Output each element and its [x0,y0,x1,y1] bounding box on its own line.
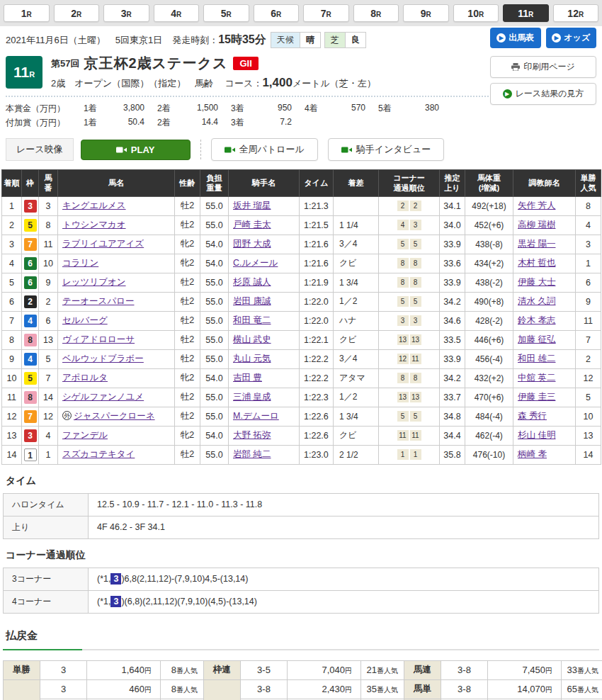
trainer-link[interactable]: 伊藤 大士 [518,277,555,287]
race-tab[interactable]: 10R [453,4,499,22]
print-page-button[interactable]: 印刷用ページ [490,56,596,78]
jockey-cell: C.ルメール [229,254,300,273]
horse-link[interactable]: ラブリイユアアイズ [62,239,144,249]
race-tab[interactable]: 8R [353,4,399,22]
trainer-link[interactable]: 矢作 芳人 [518,201,555,210]
payout-type-place: 複勝 [4,679,40,700]
payout-section: 払戻金 単勝 3 1,640円 8番人気 枠連 3-5 7,040円 21番人気… [0,614,602,700]
corner4-position: 3 [410,220,421,230]
frame-cell: 7 [22,235,39,254]
race-conditions: 2歳 オープン（国際）（指定） 馬齢 コース：1,400メートル（芝・左） [51,76,376,90]
sex-age: 牡2 [175,292,200,311]
race-tab-suffix: R [376,11,381,18]
trainer-link[interactable]: 和田 雄二 [518,354,555,363]
jockey-link[interactable]: M.デムーロ [233,411,279,421]
last-3f: 33.9 [440,235,465,254]
finish-order: 2 [2,215,22,235]
horse-number: 5 [39,349,58,368]
payout-combo: 3-8 [441,679,488,699]
corner3-position: 13 [397,392,409,402]
race-tab[interactable]: 12R [553,4,599,22]
trainer-link[interactable]: 黒岩 陽一 [518,239,555,249]
finish-time: 1:21.9 [300,273,334,292]
race-tab[interactable]: 4R [154,4,200,22]
jockey-link[interactable]: 横山 武史 [233,334,271,344]
entry-table-button[interactable]: ▶ 出馬表 [490,28,541,48]
frame-badge: 1 [24,448,37,461]
result-row: 5 6 9 レッツリブオン 牡2 55.0 杉原 誠人 1:21.9 1 3/4… [2,273,601,292]
race-tab-bar: 1R 2R 3R 4R 5R 6R 7R 8R 9R 10R 11R 12R [0,0,602,26]
turf-badge: 芝 良 [324,32,366,48]
horse-link[interactable]: アポロルタ [62,373,108,383]
finish-time: 1:23.0 [300,445,334,464]
odds-button[interactable]: ▶ オッズ [546,28,597,48]
margin: 1 3/4 [334,273,379,292]
prize-amount: 950 [255,103,292,115]
jockey-link[interactable]: 丸山 元気 [233,354,271,363]
race-tab-number: 7 [321,8,326,19]
last-3f: 34.2 [440,292,465,311]
jockey-interview-button[interactable]: 騎手インタビュー [328,138,445,161]
corner3-position: 1 [397,449,409,460]
jockey-link[interactable]: 杉原 誠人 [233,277,271,287]
trainer-link[interactable]: 伊藤 圭三 [518,392,555,402]
play-button[interactable]: PLAY [81,140,191,160]
race-tab[interactable]: 2R [54,4,100,22]
jockey-link[interactable]: 和田 竜二 [233,315,271,325]
corner-order-suffix: )(6,8)(2,11,12)(7,9,10)(4,5)-(13,14) [121,597,257,606]
side-buttons: ▶ 出馬表 ▶ オッズ 印刷用ページ ▶ レース結果の見方 [490,28,596,110]
trainer-link[interactable]: 中舘 英二 [518,373,555,383]
jockey-link[interactable]: C.ルメール [233,258,278,268]
corner4-position: 11 [410,430,421,441]
corner3-position: 5 [397,296,409,307]
jockey-link[interactable]: 団野 大成 [233,239,271,249]
finish-order: 4 [2,254,22,273]
race-tab[interactable]: 7R [303,4,349,22]
race-tab[interactable]: 11R [503,4,549,22]
horse-link[interactable]: ヴィアドロローサ [62,334,135,344]
race-tab[interactable]: 9R [403,4,449,22]
horse-link[interactable]: コラリン [62,258,98,268]
horse-link[interactable]: ファンデル [62,430,108,440]
race-tab[interactable]: 1R [4,4,50,22]
patrol-video-button[interactable]: 全周パトロール [211,138,318,161]
trainer-link[interactable]: 高柳 瑞樹 [518,220,555,230]
jockey-link[interactable]: 吉田 豊 [233,373,262,383]
horse-link[interactable]: テーオースパロー [62,296,134,306]
horse-number: 9 [39,273,58,292]
jockey-link[interactable]: 戸崎 圭太 [233,220,271,230]
corner-table: 3コーナー (*1,3)6,8(2,11,12)-(7,9,10)4,5-(13… [3,568,599,614]
corner-positions: 55 [379,292,440,311]
jockey-link[interactable]: 岩田 康誠 [233,296,271,306]
horse-link[interactable]: キングエルメス [62,201,126,210]
horse-link[interactable]: セルバーグ [62,315,108,325]
result-guide-label: レース結果の見方 [516,88,584,100]
horse-link[interactable]: トウシンマカオ [62,220,126,230]
corner-positions: 1211 [379,349,440,368]
corner3-position: 12 [397,354,409,364]
jockey-link[interactable]: 坂井 瑠星 [233,201,271,210]
jockey-link[interactable]: 三浦 皇成 [233,392,271,402]
horse-link[interactable]: シゲルファンノユメ [62,392,144,402]
trainer-link[interactable]: 柄崎 孝 [518,449,547,459]
jockey-link[interactable]: 岩部 純二 [233,449,271,459]
result-guide-button[interactable]: ▶ レース結果の見方 [490,83,596,105]
trainer-link[interactable]: 鈴木 孝志 [518,315,555,325]
corner4-position: 8 [410,373,421,383]
jockey-link[interactable]: 大野 拓弥 [233,430,271,440]
horse-name-cell: ラブリイユアアイズ [58,235,175,254]
trainer-link[interactable]: 森 秀行 [518,411,547,421]
trainer-link[interactable]: 清水 久詞 [518,296,555,306]
result-row: 7 4 6 セルバーグ 牡2 55.0 和田 竜二 1:22.0 ハナ 33 3… [2,311,601,330]
race-tab[interactable]: 6R [254,4,300,22]
trainer-link[interactable]: 木村 哲也 [518,258,555,268]
trainer-link[interactable]: 加藤 征弘 [518,334,555,344]
finish-time: 1:22.2 [300,368,334,388]
horse-link[interactable]: ベルウッドブラボー [62,354,144,363]
race-tab[interactable]: 5R [203,4,249,22]
horse-link[interactable]: レッツリブオン [62,277,126,287]
race-tab[interactable]: 3R [103,4,149,22]
horse-link[interactable]: ジャスパークローネ [74,411,155,421]
trainer-link[interactable]: 杉山 佳明 [518,430,555,440]
horse-link[interactable]: スズカコテキタイ [62,449,135,459]
